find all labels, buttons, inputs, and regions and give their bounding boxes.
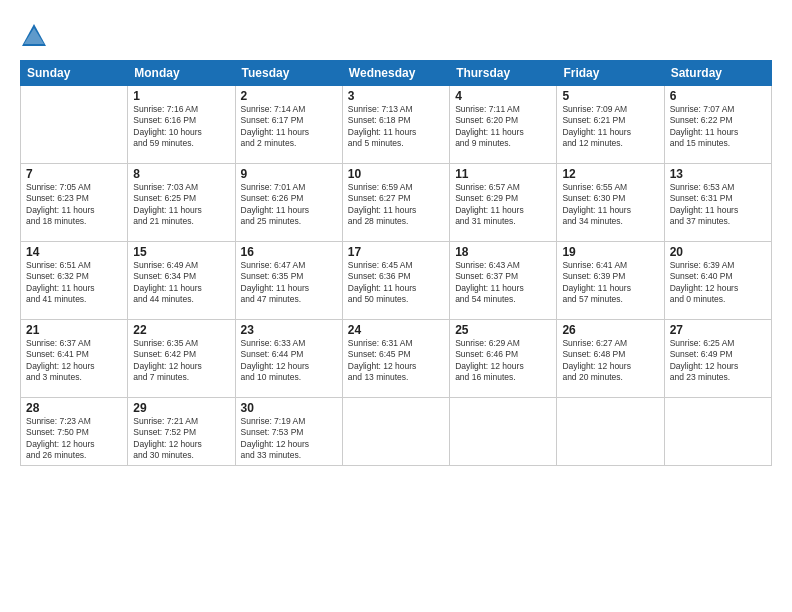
day-info: Sunrise: 6:27 AM Sunset: 6:48 PM Dayligh…: [562, 338, 658, 384]
calendar-header-row: SundayMondayTuesdayWednesdayThursdayFrid…: [21, 61, 772, 86]
day-info: Sunrise: 7:21 AM Sunset: 7:52 PM Dayligh…: [133, 416, 229, 462]
day-info: Sunrise: 6:55 AM Sunset: 6:30 PM Dayligh…: [562, 182, 658, 228]
day-number: 8: [133, 167, 229, 181]
page: SundayMondayTuesdayWednesdayThursdayFrid…: [0, 0, 792, 612]
day-number: 26: [562, 323, 658, 337]
day-info: Sunrise: 6:35 AM Sunset: 6:42 PM Dayligh…: [133, 338, 229, 384]
day-number: 11: [455, 167, 551, 181]
calendar-cell: 21Sunrise: 6:37 AM Sunset: 6:41 PM Dayli…: [21, 320, 128, 398]
calendar-cell: 12Sunrise: 6:55 AM Sunset: 6:30 PM Dayli…: [557, 164, 664, 242]
calendar-header-sunday: Sunday: [21, 61, 128, 86]
calendar-cell: 17Sunrise: 6:45 AM Sunset: 6:36 PM Dayli…: [342, 242, 449, 320]
day-number: 23: [241, 323, 337, 337]
calendar-cell: [342, 398, 449, 466]
day-number: 29: [133, 401, 229, 415]
day-number: 5: [562, 89, 658, 103]
day-number: 30: [241, 401, 337, 415]
calendar-cell: 23Sunrise: 6:33 AM Sunset: 6:44 PM Dayli…: [235, 320, 342, 398]
calendar-week-3: 14Sunrise: 6:51 AM Sunset: 6:32 PM Dayli…: [21, 242, 772, 320]
day-number: 17: [348, 245, 444, 259]
calendar-week-4: 21Sunrise: 6:37 AM Sunset: 6:41 PM Dayli…: [21, 320, 772, 398]
day-info: Sunrise: 7:09 AM Sunset: 6:21 PM Dayligh…: [562, 104, 658, 150]
calendar-cell: 15Sunrise: 6:49 AM Sunset: 6:34 PM Dayli…: [128, 242, 235, 320]
calendar-cell: 13Sunrise: 6:53 AM Sunset: 6:31 PM Dayli…: [664, 164, 771, 242]
calendar-cell: 20Sunrise: 6:39 AM Sunset: 6:40 PM Dayli…: [664, 242, 771, 320]
calendar-week-5: 28Sunrise: 7:23 AM Sunset: 7:50 PM Dayli…: [21, 398, 772, 466]
day-info: Sunrise: 6:49 AM Sunset: 6:34 PM Dayligh…: [133, 260, 229, 306]
calendar-cell: 11Sunrise: 6:57 AM Sunset: 6:29 PM Dayli…: [450, 164, 557, 242]
logo-icon: [20, 22, 48, 50]
calendar-cell: 26Sunrise: 6:27 AM Sunset: 6:48 PM Dayli…: [557, 320, 664, 398]
header: [20, 18, 772, 50]
calendar-table: SundayMondayTuesdayWednesdayThursdayFrid…: [20, 60, 772, 466]
calendar-cell: 1Sunrise: 7:16 AM Sunset: 6:16 PM Daylig…: [128, 86, 235, 164]
day-info: Sunrise: 7:13 AM Sunset: 6:18 PM Dayligh…: [348, 104, 444, 150]
day-number: 20: [670, 245, 766, 259]
day-number: 4: [455, 89, 551, 103]
calendar-cell: 24Sunrise: 6:31 AM Sunset: 6:45 PM Dayli…: [342, 320, 449, 398]
day-info: Sunrise: 7:19 AM Sunset: 7:53 PM Dayligh…: [241, 416, 337, 462]
day-info: Sunrise: 6:37 AM Sunset: 6:41 PM Dayligh…: [26, 338, 122, 384]
day-info: Sunrise: 7:01 AM Sunset: 6:26 PM Dayligh…: [241, 182, 337, 228]
day-number: 18: [455, 245, 551, 259]
calendar-week-2: 7Sunrise: 7:05 AM Sunset: 6:23 PM Daylig…: [21, 164, 772, 242]
day-number: 6: [670, 89, 766, 103]
day-info: Sunrise: 7:07 AM Sunset: 6:22 PM Dayligh…: [670, 104, 766, 150]
day-number: 3: [348, 89, 444, 103]
calendar-cell: 7Sunrise: 7:05 AM Sunset: 6:23 PM Daylig…: [21, 164, 128, 242]
calendar-cell: 5Sunrise: 7:09 AM Sunset: 6:21 PM Daylig…: [557, 86, 664, 164]
day-number: 12: [562, 167, 658, 181]
calendar-cell: 14Sunrise: 6:51 AM Sunset: 6:32 PM Dayli…: [21, 242, 128, 320]
day-number: 1: [133, 89, 229, 103]
day-info: Sunrise: 7:14 AM Sunset: 6:17 PM Dayligh…: [241, 104, 337, 150]
calendar-header-thursday: Thursday: [450, 61, 557, 86]
day-number: 15: [133, 245, 229, 259]
day-info: Sunrise: 6:29 AM Sunset: 6:46 PM Dayligh…: [455, 338, 551, 384]
calendar-cell: 19Sunrise: 6:41 AM Sunset: 6:39 PM Dayli…: [557, 242, 664, 320]
calendar-cell: 29Sunrise: 7:21 AM Sunset: 7:52 PM Dayli…: [128, 398, 235, 466]
day-info: Sunrise: 6:41 AM Sunset: 6:39 PM Dayligh…: [562, 260, 658, 306]
calendar-cell: [21, 86, 128, 164]
day-info: Sunrise: 6:25 AM Sunset: 6:49 PM Dayligh…: [670, 338, 766, 384]
day-info: Sunrise: 6:59 AM Sunset: 6:27 PM Dayligh…: [348, 182, 444, 228]
day-number: 27: [670, 323, 766, 337]
day-number: 21: [26, 323, 122, 337]
day-info: Sunrise: 6:31 AM Sunset: 6:45 PM Dayligh…: [348, 338, 444, 384]
day-info: Sunrise: 6:53 AM Sunset: 6:31 PM Dayligh…: [670, 182, 766, 228]
calendar-cell: 10Sunrise: 6:59 AM Sunset: 6:27 PM Dayli…: [342, 164, 449, 242]
logo: [20, 22, 52, 50]
day-info: Sunrise: 6:51 AM Sunset: 6:32 PM Dayligh…: [26, 260, 122, 306]
day-info: Sunrise: 6:57 AM Sunset: 6:29 PM Dayligh…: [455, 182, 551, 228]
day-info: Sunrise: 7:11 AM Sunset: 6:20 PM Dayligh…: [455, 104, 551, 150]
calendar-cell: 18Sunrise: 6:43 AM Sunset: 6:37 PM Dayli…: [450, 242, 557, 320]
calendar-header-tuesday: Tuesday: [235, 61, 342, 86]
svg-marker-1: [24, 28, 44, 44]
calendar-cell: 6Sunrise: 7:07 AM Sunset: 6:22 PM Daylig…: [664, 86, 771, 164]
day-number: 2: [241, 89, 337, 103]
day-number: 22: [133, 323, 229, 337]
day-info: Sunrise: 6:47 AM Sunset: 6:35 PM Dayligh…: [241, 260, 337, 306]
day-info: Sunrise: 6:33 AM Sunset: 6:44 PM Dayligh…: [241, 338, 337, 384]
calendar-cell: 28Sunrise: 7:23 AM Sunset: 7:50 PM Dayli…: [21, 398, 128, 466]
day-info: Sunrise: 6:43 AM Sunset: 6:37 PM Dayligh…: [455, 260, 551, 306]
calendar-header-friday: Friday: [557, 61, 664, 86]
calendar-cell: 3Sunrise: 7:13 AM Sunset: 6:18 PM Daylig…: [342, 86, 449, 164]
calendar-cell: 22Sunrise: 6:35 AM Sunset: 6:42 PM Dayli…: [128, 320, 235, 398]
calendar-cell: [664, 398, 771, 466]
calendar-header-monday: Monday: [128, 61, 235, 86]
day-info: Sunrise: 7:23 AM Sunset: 7:50 PM Dayligh…: [26, 416, 122, 462]
day-info: Sunrise: 6:39 AM Sunset: 6:40 PM Dayligh…: [670, 260, 766, 306]
day-info: Sunrise: 7:03 AM Sunset: 6:25 PM Dayligh…: [133, 182, 229, 228]
calendar-cell: 30Sunrise: 7:19 AM Sunset: 7:53 PM Dayli…: [235, 398, 342, 466]
calendar-cell: 27Sunrise: 6:25 AM Sunset: 6:49 PM Dayli…: [664, 320, 771, 398]
day-info: Sunrise: 6:45 AM Sunset: 6:36 PM Dayligh…: [348, 260, 444, 306]
day-number: 7: [26, 167, 122, 181]
day-info: Sunrise: 7:05 AM Sunset: 6:23 PM Dayligh…: [26, 182, 122, 228]
calendar-cell: [450, 398, 557, 466]
calendar-cell: 9Sunrise: 7:01 AM Sunset: 6:26 PM Daylig…: [235, 164, 342, 242]
calendar-cell: [557, 398, 664, 466]
day-number: 10: [348, 167, 444, 181]
calendar-header-saturday: Saturday: [664, 61, 771, 86]
calendar-cell: 8Sunrise: 7:03 AM Sunset: 6:25 PM Daylig…: [128, 164, 235, 242]
calendar-cell: 4Sunrise: 7:11 AM Sunset: 6:20 PM Daylig…: [450, 86, 557, 164]
